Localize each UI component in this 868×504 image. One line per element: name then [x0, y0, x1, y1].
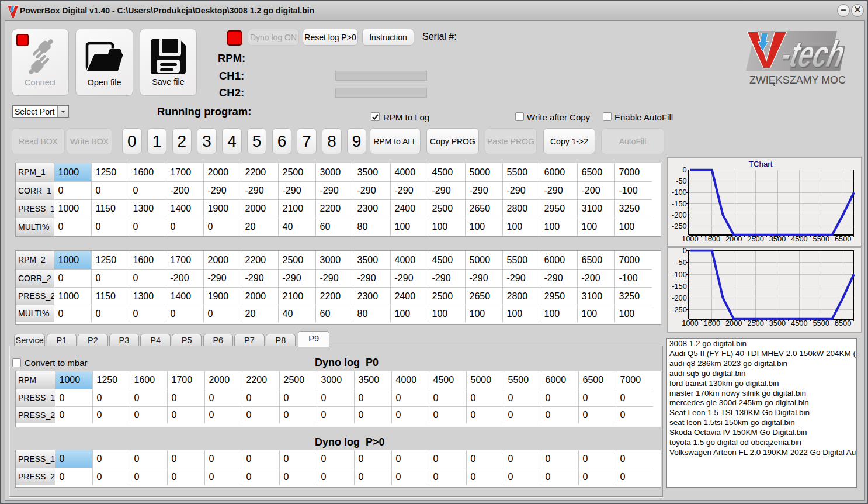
svg-text:ZWIĘKSZAMY MOC: ZWIĘKSZAMY MOC — [749, 74, 846, 86]
svg-text:-100: -100 — [672, 270, 687, 279]
svg-text:1000: 1000 — [682, 319, 699, 327]
svg-text:6500: 6500 — [835, 234, 852, 243]
svg-text:2500: 2500 — [747, 319, 764, 327]
svg-text:4500: 4500 — [791, 319, 808, 327]
svg-text:-150: -150 — [672, 282, 687, 291]
svg-text:2000: 2000 — [725, 319, 742, 327]
svg-text:TChart: TChart — [749, 160, 773, 168]
svg-text:-200: -200 — [672, 294, 687, 302]
svg-text:2500: 2500 — [747, 234, 764, 243]
svg-text:5500: 5500 — [813, 234, 830, 243]
svg-text:3500: 3500 — [769, 319, 786, 327]
svg-text:-250: -250 — [672, 222, 687, 230]
svg-text:3500: 3500 — [769, 234, 786, 243]
svg-text:0: 0 — [683, 165, 687, 174]
svg-text:0: 0 — [683, 247, 687, 255]
svg-text:-200: -200 — [672, 210, 687, 219]
svg-text:2000: 2000 — [725, 234, 742, 243]
svg-text:-250: -250 — [672, 305, 687, 314]
svg-text:-50: -50 — [676, 258, 687, 267]
svg-text:-50: -50 — [676, 177, 687, 185]
svg-text:-150: -150 — [672, 199, 687, 208]
svg-text:5500: 5500 — [813, 319, 829, 327]
svg-text:1600: 1600 — [704, 319, 721, 327]
svg-text:6500: 6500 — [835, 319, 852, 327]
svg-text:4500: 4500 — [791, 234, 808, 243]
svg-text:1000: 1000 — [682, 234, 699, 243]
svg-text:-tech: -tech — [777, 33, 849, 75]
svg-text:1600: 1600 — [704, 234, 721, 243]
svg-text:-100: -100 — [672, 188, 687, 196]
